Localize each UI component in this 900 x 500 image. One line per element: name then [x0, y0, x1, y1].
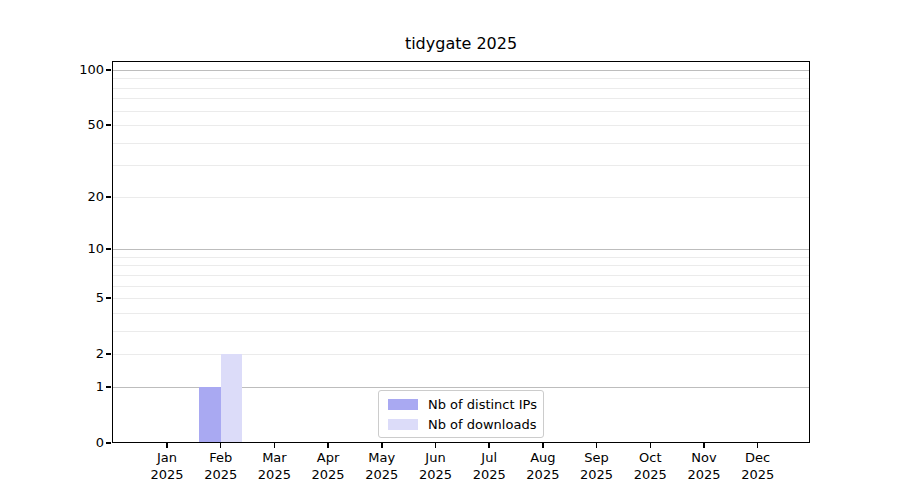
y-tick-mark — [106, 386, 111, 388]
minor-gridline — [113, 111, 809, 112]
y-tick-label: 10 — [40, 241, 104, 257]
y-tick-mark — [106, 69, 111, 71]
x-tick-mark — [381, 443, 383, 448]
minor-gridline — [113, 286, 809, 287]
bar-distinct-ips — [199, 387, 221, 442]
y-tick-mark — [106, 124, 111, 126]
y-tick-mark — [106, 297, 111, 299]
plot-area — [112, 61, 810, 443]
minor-gridline — [113, 165, 809, 166]
minor-gridline — [113, 275, 809, 276]
x-tick-mark — [650, 443, 652, 448]
legend-swatch-distinct-ips — [388, 399, 418, 410]
minor-gridline — [113, 143, 809, 144]
y-tick-label: 1 — [40, 379, 104, 395]
legend-item-distinct-ips: Nb of distinct IPs — [388, 397, 534, 412]
y-tick-mark — [106, 196, 111, 198]
y-tick-label: 5 — [40, 290, 104, 306]
y-tick-label: 0 — [40, 435, 104, 451]
figure: tidygate 2025 Nb of distinct IPs Nb of d… — [0, 0, 900, 500]
legend-swatch-downloads — [388, 419, 418, 430]
legend-item-downloads: Nb of downloads — [388, 417, 534, 432]
minor-gridline — [113, 265, 809, 266]
major-gridline — [113, 70, 809, 71]
x-tick-mark — [542, 443, 544, 448]
x-tick-mark — [435, 443, 437, 448]
x-tick-mark — [757, 443, 759, 448]
minor-gridline — [113, 354, 809, 355]
minor-gridline — [113, 257, 809, 258]
y-tick-label: 50 — [40, 117, 104, 133]
minor-gridline — [113, 78, 809, 79]
y-tick-label: 100 — [40, 62, 104, 78]
x-tick-mark — [166, 443, 168, 448]
legend-label-downloads: Nb of downloads — [428, 417, 536, 432]
minor-gridline — [113, 197, 809, 198]
y-tick-mark — [106, 353, 111, 355]
minor-gridline — [113, 313, 809, 314]
minor-gridline — [113, 298, 809, 299]
minor-gridline — [113, 88, 809, 89]
y-tick-mark — [106, 442, 111, 444]
x-tick-label: Dec 2025 — [726, 449, 790, 483]
major-gridline — [113, 249, 809, 250]
x-tick-mark — [274, 443, 276, 448]
y-tick-label: 20 — [40, 189, 104, 205]
x-tick-mark — [488, 443, 490, 448]
x-tick-mark — [596, 443, 598, 448]
minor-gridline — [113, 331, 809, 332]
legend-label-distinct-ips: Nb of distinct IPs — [428, 397, 537, 412]
x-tick-mark — [327, 443, 329, 448]
chart-title: tidygate 2025 — [112, 34, 810, 53]
legend: Nb of distinct IPs Nb of downloads — [378, 390, 544, 438]
x-tick-mark — [220, 443, 222, 448]
bar-downloads — [221, 354, 243, 442]
minor-gridline — [113, 125, 809, 126]
x-tick-mark — [703, 443, 705, 448]
y-tick-label: 2 — [40, 346, 104, 362]
y-tick-mark — [106, 248, 111, 250]
minor-gridline — [113, 98, 809, 99]
